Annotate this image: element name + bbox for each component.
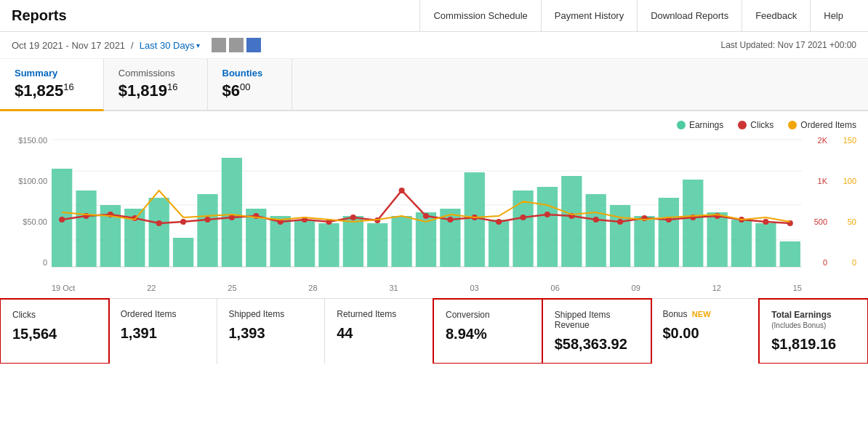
tab-commissions[interactable]: Commissions $1,81916 bbox=[104, 59, 208, 110]
stat-bonus-label: Bonus NEW bbox=[663, 309, 747, 319]
tab-summary[interactable]: Summary $1,82516 bbox=[0, 59, 104, 111]
nav-help[interactable]: Help bbox=[810, 0, 856, 32]
svg-point-59 bbox=[617, 219, 623, 225]
svg-rect-29 bbox=[634, 216, 654, 267]
svg-rect-28 bbox=[610, 205, 630, 267]
x-06: 06 bbox=[551, 284, 560, 292]
y-axis-left: $150.00 $100.00 $50.00 0 bbox=[12, 136, 52, 267]
stat-conversion: Conversion 8.94% bbox=[433, 298, 543, 364]
stat-total-sublabel: (Includes Bonus) bbox=[771, 321, 826, 329]
svg-rect-9 bbox=[149, 198, 169, 267]
stat-total-earnings: Total Earnings(Includes Bonus) $1,819.16 bbox=[758, 298, 868, 364]
nav-download-reports[interactable]: Download Reports bbox=[637, 0, 742, 32]
ordered-label: Ordered Items bbox=[800, 120, 856, 130]
tab-commissions-amount: $1,81916 bbox=[118, 81, 178, 100]
view-icon-list[interactable] bbox=[212, 38, 226, 52]
stat-shipped-revenue: Shipped Items Revenue $58,363.92 bbox=[542, 298, 652, 364]
stat-ordered-value: 1,391 bbox=[121, 325, 205, 342]
stat-shipped-label: Shipped Items bbox=[229, 309, 313, 319]
svg-point-50 bbox=[399, 188, 405, 193]
stat-clicks: Clicks 15,564 bbox=[0, 298, 110, 364]
x-axis-labels: 19 Oct 22 25 28 31 03 06 09 12 15 bbox=[52, 284, 802, 292]
nav-payment-history[interactable]: Payment History bbox=[541, 0, 637, 32]
y-right-0b: 0 bbox=[835, 258, 856, 267]
y-right-500: 500 bbox=[805, 217, 827, 226]
stat-total-value: $1,819.16 bbox=[771, 336, 856, 353]
page-title: Reports bbox=[12, 7, 67, 24]
stat-total-label: Total Earnings(Includes Bonus) bbox=[771, 310, 856, 330]
svg-rect-19 bbox=[391, 216, 411, 267]
svg-point-56 bbox=[544, 212, 550, 217]
stat-conversion-label: Conversion bbox=[446, 310, 530, 320]
x-03: 03 bbox=[470, 284, 478, 292]
stat-conversion-value: 8.94% bbox=[446, 326, 530, 342]
svg-point-41 bbox=[180, 219, 186, 225]
y-left-150: $150.00 bbox=[12, 136, 47, 145]
last-days-selector[interactable]: Last 30 Days bbox=[140, 40, 200, 51]
svg-rect-10 bbox=[173, 238, 193, 267]
view-icon-grid[interactable] bbox=[229, 38, 244, 52]
x-09: 09 bbox=[632, 284, 640, 292]
stat-shipped-items: Shipped Items 1,393 bbox=[217, 299, 326, 364]
earnings-label: Earnings bbox=[689, 120, 723, 130]
x-15: 15 bbox=[793, 284, 802, 292]
view-icon-chart[interactable] bbox=[246, 38, 261, 52]
stat-ordered-label: Ordered Items bbox=[121, 309, 205, 319]
earnings-dot bbox=[677, 121, 686, 129]
stats-row: Clicks 15,564 Ordered Items 1,391 Shippe… bbox=[0, 298, 868, 364]
svg-rect-33 bbox=[731, 220, 752, 267]
svg-rect-17 bbox=[343, 216, 363, 267]
stat-clicks-label: Clicks bbox=[12, 310, 97, 320]
svg-rect-11 bbox=[197, 194, 217, 267]
view-icons bbox=[212, 38, 261, 52]
tab-bounties-amount: $600 bbox=[222, 81, 263, 100]
svg-rect-35 bbox=[780, 241, 800, 267]
svg-point-42 bbox=[204, 217, 210, 222]
svg-rect-25 bbox=[537, 187, 558, 267]
chart-legend: Earnings Clicks Ordered Items bbox=[12, 120, 856, 130]
svg-rect-16 bbox=[318, 223, 339, 267]
x-31: 31 bbox=[389, 284, 398, 292]
stat-clicks-value: 15,564 bbox=[12, 326, 97, 342]
tab-bounties[interactable]: Bounties $600 bbox=[208, 59, 293, 110]
x-oct19: 19 Oct bbox=[52, 284, 75, 292]
last-updated: Last Updated: Nov 17 2021 +00:00 bbox=[721, 40, 856, 50]
y-axis-right-items: 150 100 50 0 bbox=[835, 136, 856, 267]
tab-bounties-label: Bounties bbox=[222, 68, 263, 79]
stat-bonus-value: $0.00 bbox=[663, 325, 747, 342]
summary-tabs: Summary $1,82516 Commissions $1,81916 Bo… bbox=[0, 59, 868, 111]
svg-point-51 bbox=[423, 213, 429, 219]
svg-point-48 bbox=[350, 214, 356, 220]
nav-links: Commission Schedule Payment History Down… bbox=[419, 0, 856, 32]
svg-rect-27 bbox=[586, 194, 606, 267]
stat-returned-items: Returned Items 44 bbox=[325, 299, 433, 364]
nav-feedback[interactable]: Feedback bbox=[742, 0, 810, 32]
svg-rect-30 bbox=[659, 198, 679, 267]
top-nav: Reports Commission Schedule Payment Hist… bbox=[0, 0, 868, 32]
date-left: Oct 19 2021 - Nov 17 2021 / Last 30 Days bbox=[12, 38, 261, 52]
badge-new: NEW bbox=[692, 310, 711, 318]
svg-point-54 bbox=[496, 219, 502, 225]
svg-point-58 bbox=[593, 217, 599, 222]
y-right-150: 150 bbox=[835, 136, 856, 145]
chart-container: $150.00 $100.00 $50.00 0 2K 1K 500 0 150… bbox=[12, 136, 856, 292]
clicks-label: Clicks bbox=[750, 120, 773, 130]
date-bar: Oct 19 2021 - Nov 17 2021 / Last 30 Days… bbox=[0, 32, 868, 59]
svg-rect-23 bbox=[489, 220, 509, 267]
clicks-dot bbox=[738, 121, 747, 129]
svg-rect-15 bbox=[294, 220, 315, 267]
y-right-1k: 1K bbox=[805, 177, 827, 185]
y-left-100: $100.00 bbox=[12, 177, 47, 185]
chart-area: Earnings Clicks Ordered Items $150.00 $1… bbox=[0, 111, 868, 298]
nav-commission-schedule[interactable]: Commission Schedule bbox=[419, 0, 540, 32]
svg-rect-32 bbox=[707, 212, 727, 267]
svg-rect-12 bbox=[222, 158, 242, 267]
date-range-text: Oct 19 2021 - Nov 17 2021 bbox=[12, 40, 125, 51]
svg-point-40 bbox=[156, 220, 162, 226]
legend-clicks: Clicks bbox=[738, 120, 773, 130]
svg-rect-34 bbox=[755, 223, 776, 267]
chart-svg bbox=[52, 136, 802, 274]
x-25: 25 bbox=[228, 284, 236, 292]
stat-revenue-label: Shipped Items Revenue bbox=[555, 310, 639, 330]
stat-returned-label: Returned Items bbox=[337, 309, 421, 319]
